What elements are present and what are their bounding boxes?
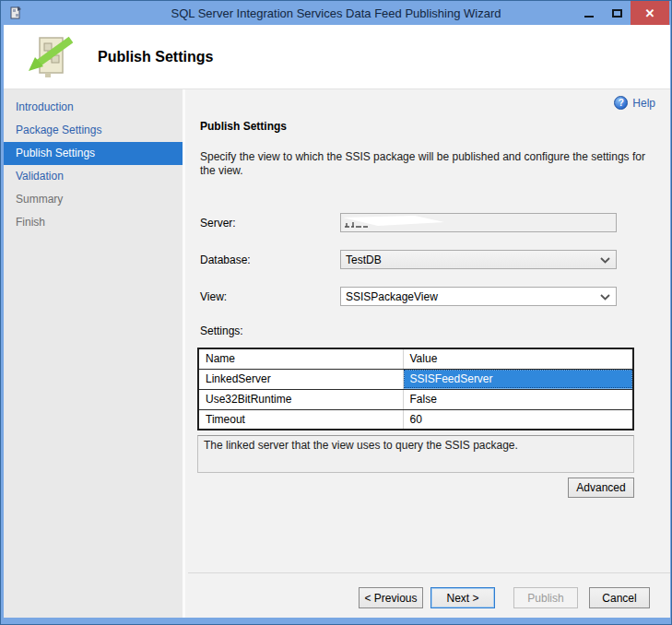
sidebar-item-validation[interactable]: Validation xyxy=(4,165,183,188)
next-button[interactable]: Next > xyxy=(430,587,495,608)
maximize-button[interactable] xyxy=(603,1,631,25)
database-dropdown[interactable]: TestDB xyxy=(340,250,617,269)
settings-table: Name Value LinkedServer SSISFeedServer U… xyxy=(197,348,634,430)
column-header-value[interactable]: Value xyxy=(403,348,633,369)
setting-value[interactable]: False xyxy=(403,389,633,409)
settings-label: Settings: xyxy=(200,324,243,337)
page-title: Publish Settings xyxy=(200,120,287,133)
server-input[interactable] xyxy=(340,213,617,232)
wizard-steps-sidebar: Introduction Package Settings Publish Se… xyxy=(4,89,185,618)
table-row[interactable]: Use32BitRuntime False xyxy=(198,389,633,409)
content-panel: ? Help Publish Settings Specify the view… xyxy=(188,89,670,618)
publish-button[interactable]: Publish xyxy=(513,587,578,608)
page-description: Specify the view to which the SSIS packa… xyxy=(200,150,648,178)
column-header-name[interactable]: Name xyxy=(198,348,403,369)
redacted-server-value-scribble xyxy=(341,214,452,231)
help-icon: ? xyxy=(614,96,628,110)
sidebar-item-package-settings[interactable]: Package Settings xyxy=(4,119,183,142)
advanced-button[interactable]: Advanced xyxy=(568,478,634,498)
view-dropdown[interactable]: SSISPackageView xyxy=(340,287,617,306)
window-title: SQL Server Integration Services Data Fee… xyxy=(1,6,671,20)
sidebar-item-finish[interactable]: Finish xyxy=(4,211,183,234)
cancel-button[interactable]: Cancel xyxy=(589,587,650,608)
sidebar-item-publish-settings[interactable]: Publish Settings xyxy=(4,142,183,165)
view-label: View: xyxy=(200,290,227,303)
chevron-down-icon xyxy=(600,294,610,301)
settings-table-header: Name Value xyxy=(198,348,633,369)
setting-value[interactable]: 60 xyxy=(403,409,633,430)
setting-name[interactable]: LinkedServer xyxy=(198,369,403,389)
sidebar-item-summary[interactable]: Summary xyxy=(4,188,183,211)
publish-settings-icon xyxy=(27,34,73,80)
table-row[interactable]: LinkedServer SSISFeedServer xyxy=(198,369,633,389)
close-button[interactable]: ✕ xyxy=(631,1,669,25)
maximize-icon xyxy=(612,9,622,18)
close-icon: ✕ xyxy=(645,6,655,20)
chevron-down-icon xyxy=(600,257,610,264)
help-label: Help xyxy=(632,97,655,110)
setting-name[interactable]: Timeout xyxy=(198,409,403,430)
wizard-header: Publish Settings xyxy=(4,25,670,89)
setting-name[interactable]: Use32BitRuntime xyxy=(198,389,403,409)
database-selected-value: TestDB xyxy=(346,254,382,266)
title-bar: SQL Server Integration Services Data Fee… xyxy=(1,1,671,25)
property-description: The linked server that the view uses to … xyxy=(197,435,634,473)
view-selected-value: SSISPackageView xyxy=(346,290,438,303)
previous-button[interactable]: < Previous xyxy=(359,587,423,608)
sidebar-item-introduction[interactable]: Introduction xyxy=(4,96,183,119)
table-row[interactable]: Timeout 60 xyxy=(198,409,633,430)
wizard-step-title: Publish Settings xyxy=(98,49,213,65)
setting-value-selected[interactable]: SSISFeedServer xyxy=(403,369,633,389)
main-area: Introduction Package Settings Publish Se… xyxy=(4,89,670,618)
database-label: Database: xyxy=(200,254,251,266)
help-link[interactable]: ? Help xyxy=(614,96,655,110)
minimize-icon xyxy=(584,16,594,18)
server-label: Server: xyxy=(200,217,236,230)
minimize-button[interactable] xyxy=(575,1,603,25)
wizard-window: SQL Server Integration Services Data Fee… xyxy=(0,0,672,625)
app-icon xyxy=(8,6,23,20)
